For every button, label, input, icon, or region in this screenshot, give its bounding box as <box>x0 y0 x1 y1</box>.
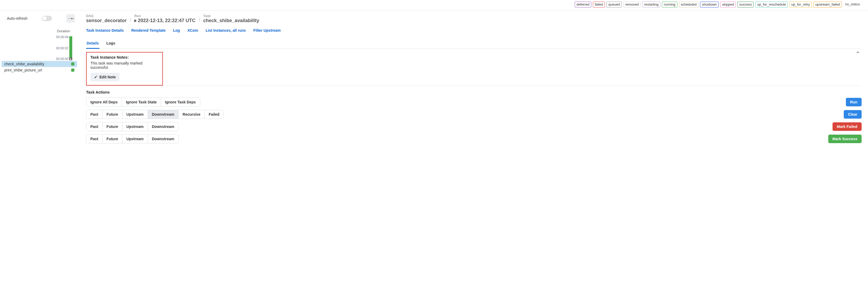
action-row: PastFutureUpstreamDownstreamMark Success <box>86 134 862 143</box>
status-badge-shutdown[interactable]: shutdown <box>700 2 719 7</box>
collapse-notes-button[interactable] <box>854 49 862 56</box>
task-row[interactable]: check_shibe_availability <box>2 61 77 67</box>
auto-refresh-label: Auto-refresh <box>7 16 27 21</box>
crumb-dag-label: DAG <box>86 14 127 18</box>
seg-ignore-all-deps[interactable]: Ignore All Deps <box>86 98 122 106</box>
task-status-chip[interactable] <box>71 62 74 66</box>
status-badge-queued[interactable]: queued <box>607 2 622 7</box>
duration-title: Duration <box>2 29 74 33</box>
task-instance-notes: Task Instance Notes: This task was manua… <box>86 52 163 86</box>
breadcrumb: DAG sensor_decorator / Run 2022-12-13, 2… <box>86 14 862 24</box>
grid-sidebar: Auto-refresh →⇤ Duration 00:00:04 00:00:… <box>0 10 79 153</box>
link-rendered-template[interactable]: Rendered Template <box>131 28 165 33</box>
link-task-instance-details[interactable]: Task Instance Details <box>86 28 124 33</box>
collapse-icon: →⇤ <box>67 16 74 21</box>
seg-upstream[interactable]: Upstream <box>122 135 148 143</box>
link-filter-upstream[interactable]: Filter Upstream <box>253 28 281 33</box>
link-log[interactable]: Log <box>173 28 180 33</box>
status-badge-upstream_failed[interactable]: upstream_failed <box>813 2 842 7</box>
crumb-dag-value[interactable]: sensor_decorator <box>86 18 127 24</box>
seg-downstream[interactable]: Downstream <box>148 110 179 119</box>
button-group: PastFutureUpstreamDownstream <box>86 122 179 131</box>
seg-future[interactable]: Future <box>103 110 123 119</box>
crumb-run-label: Run <box>134 14 195 18</box>
tab-details[interactable]: Details <box>86 39 99 49</box>
sub-tabs: Details Logs <box>86 39 862 49</box>
status-badge-deferred[interactable]: deferred <box>575 2 591 7</box>
run-button[interactable]: Run <box>846 98 862 106</box>
action-row: Ignore All DepsIgnore Task StateIgnore T… <box>86 98 862 107</box>
action-row: PastFutureUpstreamDownstreamMark Failed <box>86 122 862 131</box>
task-list: check_shibe_availabilityprint_shibe_pict… <box>2 61 77 73</box>
crumb-task-value: check_shibe_availability <box>203 18 259 24</box>
status-badge-skipped[interactable]: skipped <box>720 2 736 7</box>
seg-past[interactable]: Past <box>86 135 103 143</box>
task-status-chip[interactable] <box>71 68 74 72</box>
crumb-task-label: Task <box>203 14 259 18</box>
seg-past[interactable]: Past <box>86 122 103 131</box>
status-badge-scheduled[interactable]: scheduled <box>679 2 699 7</box>
notes-title: Task Instance Notes: <box>90 55 159 59</box>
button-group: PastFutureUpstreamDownstreamRecursiveFai… <box>86 110 224 119</box>
status-badge-up_for_reschedule[interactable]: up_for_reschedule <box>755 2 788 7</box>
button-group: Ignore All DepsIgnore Task StateIgnore T… <box>86 98 200 107</box>
mark-success-button[interactable]: Mark Success <box>828 135 862 143</box>
collapse-sidebar-button[interactable]: →⇤ <box>66 14 75 23</box>
duration-tick: 00:00:00 <box>56 57 68 61</box>
duration-tick: 00:00:02 <box>56 46 68 50</box>
seg-upstream[interactable]: Upstream <box>122 122 148 131</box>
link-xcom[interactable]: XCom <box>187 28 198 33</box>
status-badge-no-status[interactable]: no_status <box>843 2 862 7</box>
edit-note-button[interactable]: Edit Note <box>90 73 119 81</box>
task-links: Task Instance DetailsRendered TemplateLo… <box>86 28 862 33</box>
status-badge-up_for_retry[interactable]: up_for_retry <box>789 2 812 7</box>
duration-tick: 00:00:04 <box>56 35 68 39</box>
seg-ignore-task-deps[interactable]: Ignore Task Deps <box>161 98 200 106</box>
run-play-icon <box>134 19 137 22</box>
crumb-run-value[interactable]: 2022-12-13, 22:22:47 UTC <box>134 18 195 24</box>
duration-bar[interactable] <box>69 36 72 60</box>
notes-text: This task was manually marked successful… <box>90 61 159 70</box>
mark-failed-button[interactable]: Mark Failed <box>833 122 862 131</box>
task-actions-title: Task Actions <box>86 90 862 94</box>
edit-note-label: Edit Note <box>99 75 116 79</box>
breadcrumb-sep: / <box>198 17 200 23</box>
chevron-up-icon <box>856 51 860 54</box>
seg-downstream[interactable]: Downstream <box>148 135 178 143</box>
seg-downstream[interactable]: Downstream <box>148 122 178 131</box>
pencil-icon <box>94 75 97 78</box>
task-row[interactable]: print_shibe_picture_url <box>2 67 77 73</box>
seg-past[interactable]: Past <box>86 110 103 119</box>
status-badge-running[interactable]: running <box>662 2 677 7</box>
seg-failed[interactable]: Failed <box>205 110 223 119</box>
status-badge-failed[interactable]: failed <box>593 2 605 7</box>
tab-logs[interactable]: Logs <box>106 39 116 49</box>
status-legend: deferredfailedqueuedremovedrestartingrun… <box>0 0 868 10</box>
auto-refresh-toggle[interactable] <box>42 16 52 21</box>
play-icon[interactable]: ▶ <box>69 58 72 60</box>
details-pane: DAG sensor_decorator / Run 2022-12-13, 2… <box>79 10 868 153</box>
seg-future[interactable]: Future <box>103 122 123 131</box>
duration-chart: Duration 00:00:04 00:00:02 00:00:00 ▶ <box>2 29 77 60</box>
clear-button[interactable]: Clear <box>844 110 862 119</box>
seg-ignore-task-state[interactable]: Ignore Task State <box>122 98 161 106</box>
button-group: PastFutureUpstreamDownstream <box>86 134 179 143</box>
status-badge-success[interactable]: success <box>737 2 754 7</box>
task-name: print_shibe_picture_url <box>4 68 42 72</box>
task-name: check_shibe_availability <box>4 62 44 66</box>
seg-future[interactable]: Future <box>103 135 123 143</box>
breadcrumb-sep: / <box>130 17 131 23</box>
action-row: PastFutureUpstreamDownstreamRecursiveFai… <box>86 110 862 119</box>
seg-upstream[interactable]: Upstream <box>122 110 148 119</box>
link-list-instances-all-runs[interactable]: List Instances, all runs <box>206 28 246 33</box>
status-badge-removed[interactable]: removed <box>623 2 641 7</box>
seg-recursive[interactable]: Recursive <box>179 110 205 119</box>
status-badge-restarting[interactable]: restarting <box>642 2 660 7</box>
